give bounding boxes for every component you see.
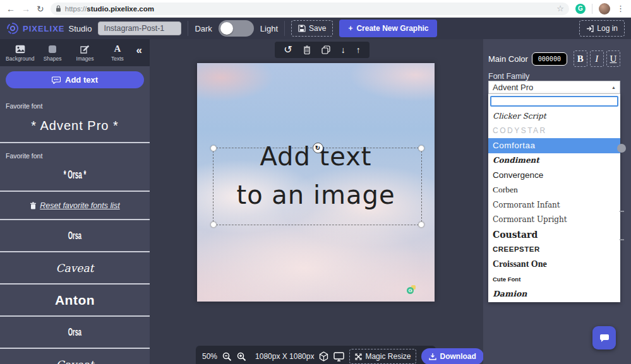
font-option[interactable]: Clicker Script [488,109,620,124]
scrollbar-tick [620,239,624,240]
underline-button[interactable]: U [606,50,620,67]
background-icon [15,44,25,54]
font-list-item[interactable]: Anton [0,285,150,317]
login-button[interactable]: Log in [579,20,625,37]
canvas-area: ↺ ↓ ↑ Add text to an image ↻ G 50% [150,39,483,364]
resize-handle-bottom-left[interactable] [210,221,217,228]
dropdown-scrollbar-thumb[interactable] [617,144,626,153]
font-option[interactable]: Croissant One [488,257,620,272]
grammarly-extension-icon[interactable]: G [575,4,586,14]
font-option[interactable]: Cormorant Upright [488,213,620,228]
main-color-label: Main Color [488,54,528,64]
zoom-in-icon[interactable] [237,352,246,361]
font-option[interactable]: Condiment [488,153,620,168]
undo-icon[interactable]: ↺ [284,45,292,55]
reload-icon[interactable]: ↻ [37,4,44,13]
right-panel: Main Color B I U Font Family Advent Pro … [483,39,631,364]
move-up-icon[interactable]: ↑ [356,45,361,54]
brand-name: PIXELIXE [23,24,65,33]
zoom-level: 50% [202,352,217,361]
bold-button[interactable]: B [574,50,587,67]
project-name-input[interactable] [98,21,181,35]
font-list-item[interactable]: Orsa [0,317,150,349]
tab-texts[interactable]: A Texts [101,44,133,62]
duplicate-icon[interactable] [322,45,330,54]
back-icon[interactable]: ← [6,4,15,13]
main-color-input[interactable] [532,52,567,66]
font-option[interactable]: CODYSTAR [488,124,620,139]
font-list-item[interactable]: Caveat [0,252,150,285]
canvas-toolbar: ↺ ↓ ↑ [275,42,370,58]
font-list-item[interactable]: Caveat [0,349,150,364]
light-label: Light [260,24,278,33]
download-icon [429,353,436,360]
browser-profile-avatar[interactable] [599,3,610,15]
speech-bubble-icon [52,76,61,84]
delete-icon[interactable] [303,45,311,54]
font-option[interactable]: Coustard [488,227,620,242]
browser-menu-icon[interactable]: ⋮ [616,4,625,13]
font-dropdown: Clicker Script CODYSTAR Comfortaa Condim… [488,94,620,302]
save-icon [298,25,306,32]
add-text-button[interactable]: Add text [6,71,144,88]
url-text: https://studio.pixelixe.com [65,5,154,13]
tab-images[interactable]: Images [69,44,101,62]
font-option[interactable]: Corben [488,183,620,198]
zoom-out-icon[interactable] [222,352,232,361]
tab-shapes[interactable]: Shapes [36,44,68,62]
brand-suffix: Studio [69,24,92,33]
artboard[interactable]: Add text to an image ↻ G [197,63,435,302]
logo[interactable]: PIXELIXE Studio [6,22,92,35]
trash-icon [30,202,37,209]
resize-handle-top-left[interactable] [210,145,217,151]
plus-icon: + [348,24,352,33]
bookmark-star-icon[interactable]: ☆ [556,4,564,13]
selected-font: Advent Pro [493,83,533,92]
theme-toggle[interactable] [219,20,254,37]
forward-icon[interactable]: → [21,4,30,13]
chat-bubble-icon [599,334,610,343]
left-sidebar: Background Shapes Images A Texts « Add t… [0,39,150,364]
divider [188,21,188,36]
cube-icon[interactable] [319,351,328,361]
download-button[interactable]: Download [421,348,483,364]
rotate-handle[interactable]: ↻ [313,143,323,153]
sidebar-tab-bar: Background Shapes Images A Texts « [0,39,150,66]
toggle-knob[interactable] [220,22,233,35]
tab-background[interactable]: Background [4,44,36,62]
address-bar[interactable]: https://studio.pixelixe.com ☆ [51,3,569,15]
font-option[interactable]: CREEPSTER [488,242,620,257]
pixelixe-logo-icon [6,22,19,35]
monitor-icon[interactable] [334,352,344,361]
font-list-item[interactable]: Orsa [0,220,150,252]
collapse-sidebar-icon[interactable]: « [134,44,146,62]
favorite-font-card[interactable]: Favorite font * Orsa * [0,143,150,192]
create-new-graphic-button[interactable]: + Create New Graphic [339,20,437,37]
images-icon [80,44,90,54]
magic-resize-button[interactable]: Magic Resize [349,349,416,364]
italic-button[interactable]: I [590,50,604,67]
canvas-bottom-bar: 50% 1080px X 1080px Magic Resize Downloa… [196,346,436,364]
font-family-label: Font Family [488,72,529,81]
favorite-font-card[interactable]: Favorite font * Advent Pro * [0,91,150,143]
font-option-highlighted[interactable]: Comfortaa [488,138,620,153]
font-search-input[interactable] [490,96,618,107]
favorite-font-label: Favorite font [6,102,144,110]
resize-handle-top-right[interactable] [418,145,424,151]
font-option[interactable]: Cute Font [488,272,620,287]
font-option[interactable]: Damion [488,286,620,302]
font-option[interactable]: Cormorant Infant [488,197,620,213]
chat-widget-button[interactable] [592,326,616,349]
divider [592,4,592,14]
font-option[interactable]: Convergence [488,168,620,183]
font-family-select[interactable]: Advent Pro ▲ [488,81,620,94]
selection-box[interactable]: ↻ [213,148,422,225]
dark-label: Dark [195,24,212,33]
move-down-icon[interactable]: ↓ [341,45,346,54]
reset-favorite-fonts-link[interactable]: Reset favorite fonts list [0,192,150,220]
app-header: PIXELIXE Studio Dark Light Save + Create… [0,18,631,39]
grammarly-overlay-icon[interactable]: G [407,285,416,294]
resize-arrows-icon [355,353,362,360]
save-button[interactable]: Save [291,20,333,37]
resize-handle-bottom-right[interactable] [418,221,424,228]
